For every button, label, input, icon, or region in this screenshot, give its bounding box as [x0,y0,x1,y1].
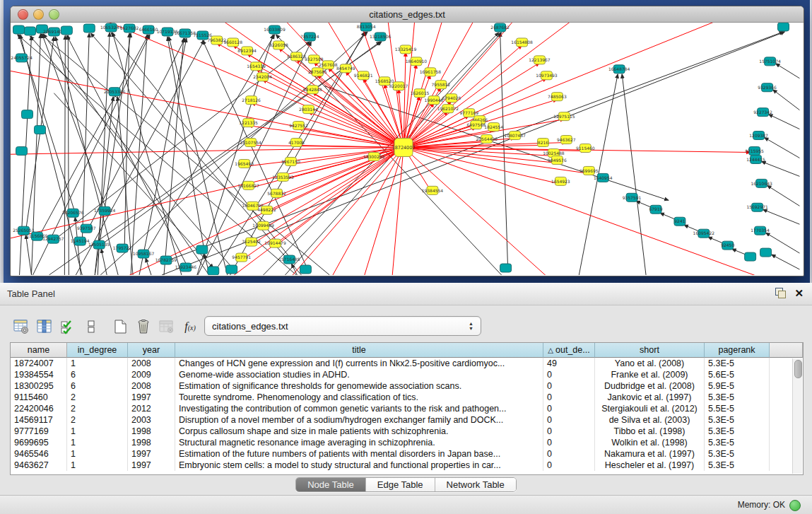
table-row[interactable]: 1872400712008Changes of HCN gene express… [11,358,803,369]
graph-node[interactable]: 12213967 [529,56,551,64]
graph-node[interactable]: 9849576 [548,156,567,164]
close-window-button[interactable] [18,9,28,20]
graph-node[interactable]: 16095422 [693,229,715,238]
graph-node[interactable]: 12923446 [175,263,197,271]
graph-node[interactable] [61,26,72,35]
graph-node[interactable]: 8216 [537,139,548,147]
graph-node[interactable]: 13325419 [395,45,417,54]
graph-node[interactable]: 1654339 [247,62,266,71]
graph-node[interactable]: 9357591 [623,193,642,201]
scrollbar-thumb[interactable] [794,360,802,378]
graph-node[interactable]: 1990448 [425,96,444,105]
graph-node[interactable]: 9146821 [354,71,373,80]
graph-node[interactable]: 9660128 [223,38,242,47]
graph-node[interactable]: 12975115 [553,112,575,121]
graph-node[interactable]: 1145194 [71,237,90,245]
graph-node[interactable]: 1527602 [120,24,139,33]
minimize-window-button[interactable] [33,9,44,20]
graph-node[interactable]: 2687682 [490,23,510,32]
graph-node[interactable]: 417008 [288,139,305,147]
left-panel-splitter[interactable] [0,0,4,283]
graph-node[interactable] [22,110,33,119]
graph-node[interactable]: 18724007 [392,139,416,157]
graph-node[interactable]: 16782759 [155,256,177,264]
graph-node[interactable]: 16914479 [264,239,286,247]
function-builder-icon[interactable]: f(x) [182,318,199,335]
column-header-in_degree[interactable]: in_degree [67,343,128,358]
table-row[interactable]: 911546021997Tourette syndrome. Phenomeno… [11,392,803,403]
delete-column-icon[interactable] [135,318,152,335]
graph-node[interactable]: 13505135 [88,240,110,249]
table-mode-icon[interactable] [13,318,30,335]
column-header-out_de[interactable]: △out_de... [543,343,595,358]
close-icon[interactable]: ✕ [794,288,804,298]
graph-node[interactable]: 2875685 [308,68,327,76]
graph-node[interactable]: 19166827 [237,181,259,189]
graph-node[interactable] [500,264,512,272]
graph-node[interactable]: 18300295 [363,152,385,160]
graph-node[interactable]: 8220017 [389,82,408,90]
graph-node[interactable]: 6497568 [466,121,486,129]
graph-node[interactable] [13,25,25,34]
column-header-short[interactable]: short [595,343,705,358]
graph-node[interactable] [208,267,219,275]
graph-node[interactable]: 10973493 [536,71,558,80]
graph-node[interactable] [226,265,237,274]
graph-node[interactable]: 1654923 [551,177,570,185]
selection-mode-icon[interactable] [59,318,76,335]
graph-node[interactable]: 1824554 [484,123,503,132]
tab-network-table[interactable]: Network Table [435,478,516,491]
graph-node[interactable]: 67919 [649,205,663,214]
graph-node[interactable]: 8186328 [287,52,306,61]
graph-node[interactable]: 9397587 [77,224,96,233]
table-selector-dropdown[interactable]: citations_edges.txt ▲▼ [204,316,481,336]
graph-node[interactable]: 16961758 [420,68,442,76]
graph-node[interactable]: 8215955 [745,147,764,156]
graph-node[interactable]: 1795722 [113,244,132,252]
tab-edge-table[interactable]: Edge Table [366,478,435,491]
column-header-title[interactable]: title [175,343,543,358]
new-column-icon[interactable] [112,318,129,335]
graph-node[interactable] [300,265,311,274]
graph-node[interactable]: 7955812 [432,81,451,89]
graph-node[interactable]: 20206576 [62,209,84,217]
graph-node[interactable]: 24055724 [11,54,33,62]
graph-node[interactable]: 13218506 [370,33,392,41]
vertical-scrollbar[interactable] [792,358,802,474]
graph-node[interactable]: 10807487 [504,132,526,140]
graph-node[interactable]: 7485063 [548,93,567,101]
graph-node[interactable]: 1244415 [746,155,765,163]
graph-node[interactable]: 9241 [674,217,686,226]
graph-node[interactable]: 12942757 [42,235,64,243]
graph-node[interactable]: 20564436 [476,135,498,144]
float-window-icon[interactable] [775,288,786,298]
graph-node[interactable]: 6794028 [442,94,461,103]
graph-node[interactable]: 8813054 [357,23,376,31]
graph-node[interactable] [34,126,45,134]
graph-node[interactable]: 16648784 [608,65,630,74]
column-header-year[interactable]: year [128,343,175,358]
graph-node[interactable]: 9457791 [232,253,251,262]
graph-node[interactable]: 6466160 [139,25,158,34]
graph-node[interactable]: 16033809 [264,25,286,34]
graph-node[interactable] [745,252,756,261]
graph-node[interactable] [196,245,208,254]
graph-node[interactable]: 17359924 [94,206,116,215]
graph-node[interactable]: 7625402 [242,238,261,246]
graph-node[interactable] [83,24,95,33]
network-graph-canvas[interactable]: 2069140624055724106532471527602646616010… [11,23,802,275]
tab-node-table[interactable]: Node Table [296,478,366,491]
graph-node[interactable]: 8226058 [269,41,288,49]
graph-node[interactable]: 2718126 [242,96,261,105]
table-row[interactable]: 946362711997Embryonic stem cells: a mode… [11,460,803,471]
delete-table-icon[interactable] [158,318,175,335]
graph-node[interactable]: 10653247 [100,23,122,32]
table-row[interactable]: 969969511998Structural magnetic resonanc… [11,437,803,448]
network-view-window[interactable]: citations_edges.txt 20691406240557241065… [10,6,804,276]
table-row[interactable]: 946554611997Estimation of the future num… [11,448,803,460]
graph-node[interactable]: 18640910 [406,57,428,66]
graph-node[interactable]: 8267150 [281,157,300,165]
graph-node[interactable]: 2342004 [253,73,272,81]
network-window-titlebar[interactable]: citations_edges.txt [11,6,804,23]
table-row[interactable]: 2242004622012Investigating the contribut… [11,403,803,414]
